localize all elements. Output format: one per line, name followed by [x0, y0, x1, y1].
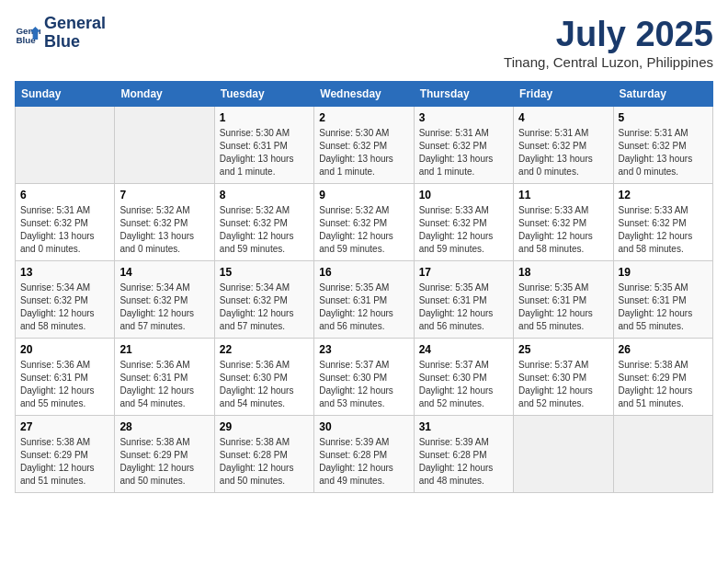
title-area: July 2025 Tinang, Central Luzon, Philipp… — [504, 15, 713, 70]
header: General Blue General Blue July 2025 Tina… — [15, 15, 713, 70]
day-info: Sunrise: 5:36 AM Sunset: 6:31 PM Dayligh… — [20, 359, 109, 410]
weekday-header: Friday — [514, 82, 613, 107]
calendar-week-row: 20Sunrise: 5:36 AM Sunset: 6:31 PM Dayli… — [16, 339, 713, 416]
calendar-cell: 31Sunrise: 5:39 AM Sunset: 6:28 PM Dayli… — [414, 416, 513, 493]
calendar-cell: 25Sunrise: 5:37 AM Sunset: 6:30 PM Dayli… — [514, 339, 613, 416]
day-number: 23 — [319, 343, 408, 356]
day-info: Sunrise: 5:35 AM Sunset: 6:31 PM Dayligh… — [419, 282, 508, 333]
day-info: Sunrise: 5:39 AM Sunset: 6:28 PM Dayligh… — [319, 436, 408, 488]
calendar-cell: 17Sunrise: 5:35 AM Sunset: 6:31 PM Dayli… — [414, 261, 513, 339]
calendar-cell: 11Sunrise: 5:33 AM Sunset: 6:32 PM Dayli… — [514, 184, 613, 261]
day-number: 1 — [220, 111, 309, 124]
day-number: 3 — [419, 111, 508, 124]
calendar-week-row: 6Sunrise: 5:31 AM Sunset: 6:32 PM Daylig… — [16, 184, 713, 261]
day-info: Sunrise: 5:37 AM Sunset: 6:30 PM Dayligh… — [319, 359, 408, 410]
calendar-cell: 23Sunrise: 5:37 AM Sunset: 6:30 PM Dayli… — [314, 339, 414, 416]
page-subtitle: Tinang, Central Luzon, Philippines — [504, 54, 713, 70]
day-number: 15 — [220, 266, 309, 279]
day-number: 30 — [319, 420, 408, 433]
day-info: Sunrise: 5:34 AM Sunset: 6:32 PM Dayligh… — [119, 282, 209, 333]
calendar-cell: 21Sunrise: 5:36 AM Sunset: 6:31 PM Dayli… — [115, 339, 214, 416]
logo: General Blue General Blue — [15, 15, 106, 52]
day-info: Sunrise: 5:31 AM Sunset: 6:32 PM Dayligh… — [619, 127, 708, 178]
day-info: Sunrise: 5:31 AM Sunset: 6:32 PM Dayligh… — [518, 127, 608, 178]
day-info: Sunrise: 5:33 AM Sunset: 6:32 PM Dayligh… — [419, 204, 508, 256]
day-info: Sunrise: 5:30 AM Sunset: 6:31 PM Dayligh… — [220, 127, 309, 178]
calendar-cell: 29Sunrise: 5:38 AM Sunset: 6:28 PM Dayli… — [214, 416, 313, 493]
calendar-week-row: 27Sunrise: 5:38 AM Sunset: 6:29 PM Dayli… — [16, 416, 713, 493]
weekday-header: Monday — [115, 82, 214, 107]
day-number: 26 — [619, 343, 708, 356]
logo-text: General Blue — [44, 15, 106, 52]
logo-icon: General Blue — [15, 20, 40, 46]
calendar-cell — [613, 416, 712, 493]
day-info: Sunrise: 5:34 AM Sunset: 6:32 PM Dayligh… — [20, 282, 109, 333]
calendar-cell: 8Sunrise: 5:32 AM Sunset: 6:32 PM Daylig… — [214, 184, 313, 261]
page-title: July 2025 — [504, 15, 713, 54]
day-info: Sunrise: 5:31 AM Sunset: 6:32 PM Dayligh… — [20, 204, 109, 256]
weekday-header-row: SundayMondayTuesdayWednesdayThursdayFrid… — [16, 82, 713, 107]
calendar-cell: 20Sunrise: 5:36 AM Sunset: 6:31 PM Dayli… — [16, 339, 115, 416]
day-number: 7 — [119, 189, 209, 201]
calendar-cell: 13Sunrise: 5:34 AM Sunset: 6:32 PM Dayli… — [16, 261, 115, 339]
day-info: Sunrise: 5:37 AM Sunset: 6:30 PM Dayligh… — [419, 359, 508, 410]
calendar-cell: 3Sunrise: 5:31 AM Sunset: 6:32 PM Daylig… — [414, 107, 513, 184]
day-number: 29 — [220, 420, 309, 433]
day-number: 25 — [518, 343, 608, 356]
day-number: 8 — [220, 189, 309, 201]
weekday-header: Wednesday — [314, 82, 414, 107]
day-number: 21 — [119, 343, 209, 356]
day-info: Sunrise: 5:30 AM Sunset: 6:32 PM Dayligh… — [319, 127, 408, 178]
day-number: 6 — [20, 189, 109, 201]
day-info: Sunrise: 5:38 AM Sunset: 6:28 PM Dayligh… — [220, 436, 309, 488]
calendar-cell — [16, 107, 115, 184]
calendar-cell: 18Sunrise: 5:35 AM Sunset: 6:31 PM Dayli… — [514, 261, 613, 339]
day-info: Sunrise: 5:38 AM Sunset: 6:29 PM Dayligh… — [619, 359, 708, 410]
calendar-cell: 5Sunrise: 5:31 AM Sunset: 6:32 PM Daylig… — [613, 107, 712, 184]
day-info: Sunrise: 5:35 AM Sunset: 6:31 PM Dayligh… — [619, 282, 708, 333]
calendar-cell: 2Sunrise: 5:30 AM Sunset: 6:32 PM Daylig… — [314, 107, 414, 184]
day-info: Sunrise: 5:38 AM Sunset: 6:29 PM Dayligh… — [20, 436, 109, 488]
day-info: Sunrise: 5:37 AM Sunset: 6:30 PM Dayligh… — [518, 359, 608, 410]
day-info: Sunrise: 5:35 AM Sunset: 6:31 PM Dayligh… — [518, 282, 608, 333]
day-number: 5 — [619, 111, 708, 124]
day-number: 27 — [20, 420, 109, 433]
day-info: Sunrise: 5:33 AM Sunset: 6:32 PM Dayligh… — [518, 204, 608, 256]
day-info: Sunrise: 5:36 AM Sunset: 6:31 PM Dayligh… — [119, 359, 209, 410]
calendar-week-row: 1Sunrise: 5:30 AM Sunset: 6:31 PM Daylig… — [16, 107, 713, 184]
calendar-cell: 22Sunrise: 5:36 AM Sunset: 6:30 PM Dayli… — [214, 339, 313, 416]
calendar-cell: 15Sunrise: 5:34 AM Sunset: 6:32 PM Dayli… — [214, 261, 313, 339]
calendar-cell: 19Sunrise: 5:35 AM Sunset: 6:31 PM Dayli… — [613, 261, 712, 339]
day-info: Sunrise: 5:38 AM Sunset: 6:29 PM Dayligh… — [119, 436, 209, 488]
day-number: 17 — [419, 266, 508, 279]
calendar-cell: 16Sunrise: 5:35 AM Sunset: 6:31 PM Dayli… — [314, 261, 414, 339]
calendar-cell: 30Sunrise: 5:39 AM Sunset: 6:28 PM Dayli… — [314, 416, 414, 493]
calendar-cell: 4Sunrise: 5:31 AM Sunset: 6:32 PM Daylig… — [514, 107, 613, 184]
day-info: Sunrise: 5:35 AM Sunset: 6:31 PM Dayligh… — [319, 282, 408, 333]
day-number: 12 — [619, 189, 708, 201]
day-info: Sunrise: 5:32 AM Sunset: 6:32 PM Dayligh… — [119, 204, 209, 256]
day-number: 10 — [419, 189, 508, 201]
calendar-cell: 27Sunrise: 5:38 AM Sunset: 6:29 PM Dayli… — [16, 416, 115, 493]
day-number: 18 — [518, 266, 608, 279]
day-number: 19 — [619, 266, 708, 279]
day-number: 20 — [20, 343, 109, 356]
day-info: Sunrise: 5:33 AM Sunset: 6:32 PM Dayligh… — [619, 204, 708, 256]
calendar-cell — [115, 107, 214, 184]
day-number: 11 — [518, 189, 608, 201]
weekday-header: Saturday — [613, 82, 712, 107]
calendar-cell: 10Sunrise: 5:33 AM Sunset: 6:32 PM Dayli… — [414, 184, 513, 261]
calendar-cell: 12Sunrise: 5:33 AM Sunset: 6:32 PM Dayli… — [613, 184, 712, 261]
day-number: 9 — [319, 189, 408, 201]
day-info: Sunrise: 5:39 AM Sunset: 6:28 PM Dayligh… — [419, 436, 508, 488]
weekday-header: Tuesday — [214, 82, 313, 107]
day-number: 13 — [20, 266, 109, 279]
day-number: 22 — [220, 343, 309, 356]
day-info: Sunrise: 5:31 AM Sunset: 6:32 PM Dayligh… — [419, 127, 508, 178]
calendar-week-row: 13Sunrise: 5:34 AM Sunset: 6:32 PM Dayli… — [16, 261, 713, 339]
calendar-cell: 7Sunrise: 5:32 AM Sunset: 6:32 PM Daylig… — [115, 184, 214, 261]
calendar-cell: 6Sunrise: 5:31 AM Sunset: 6:32 PM Daylig… — [16, 184, 115, 261]
calendar-cell: 28Sunrise: 5:38 AM Sunset: 6:29 PM Dayli… — [115, 416, 214, 493]
day-info: Sunrise: 5:32 AM Sunset: 6:32 PM Dayligh… — [319, 204, 408, 256]
weekday-header: Sunday — [16, 82, 115, 107]
